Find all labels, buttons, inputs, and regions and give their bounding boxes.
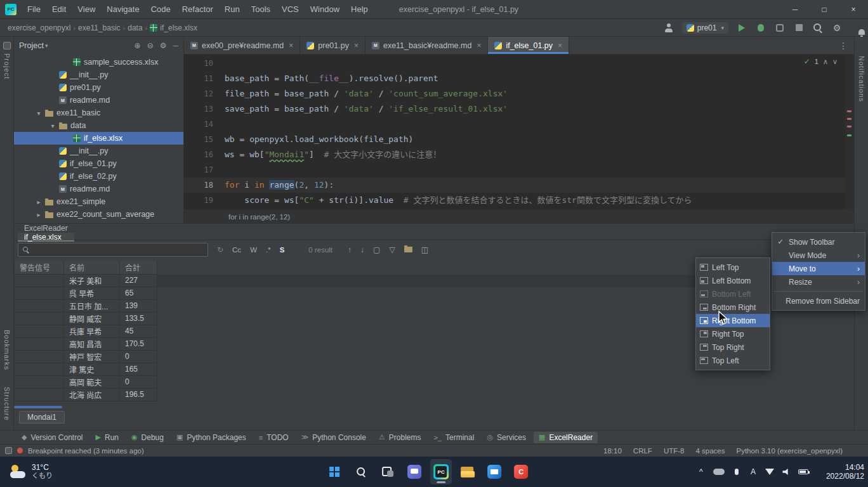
table-row-7[interactable]: 神戸 智宏0	[14, 351, 157, 363]
search-everywhere-icon[interactable]	[812, 22, 824, 34]
stripe-label-structure[interactable]: Structure	[3, 387, 11, 421]
ime-mode-icon[interactable]: A	[749, 467, 758, 476]
editor-tab-exe11-basic-readme-md[interactable]: exe11_basic¥readme.md×	[365, 37, 488, 54]
menu-edit[interactable]: Edit	[46, 0, 72, 18]
toggle-panel-icon[interactable]: ◫	[421, 245, 428, 254]
microphone-icon[interactable]	[732, 469, 741, 475]
stop-button[interactable]	[793, 22, 805, 34]
code-line-18[interactable]: 18for i in range(2, 12):	[184, 178, 845, 193]
project-tool-icon[interactable]	[3, 42, 11, 49]
editor-scrollbar[interactable]	[845, 55, 854, 209]
line-number[interactable]: 19	[184, 193, 225, 208]
menu-window[interactable]: Window	[305, 0, 345, 18]
tool-tab-excelreader[interactable]: ExcelReader	[18, 224, 74, 233]
inspections-ok-icon[interactable]: ✓	[804, 57, 810, 66]
table-row-5[interactable]: 兵庫 早希45	[14, 325, 157, 338]
chevron-right-icon[interactable]: ▸	[36, 211, 42, 218]
tool-button-todo[interactable]: ≡TODO	[254, 432, 294, 443]
tree-item-init-py[interactable]: __init__.py	[14, 68, 183, 81]
tree-item-readme-md[interactable]: readme.md	[14, 94, 183, 107]
close-icon[interactable]: ×	[558, 41, 562, 50]
line-number[interactable]: 17	[184, 162, 225, 178]
submenu-item-right-top[interactable]: Right Top	[696, 327, 770, 341]
tool-button-python-console[interactable]: ≫Python Console	[296, 432, 371, 443]
line-number[interactable]: 12	[184, 86, 225, 101]
search-input[interactable]	[18, 243, 208, 257]
breadcrumb-item-exe11-basic[interactable]: exe11_basic	[78, 23, 121, 32]
hidden-icons-chevron-icon[interactable]: ^	[697, 467, 706, 476]
tree-item-if-else-xlsx[interactable]: if_else.xlsx	[14, 132, 183, 145]
minimize-button[interactable]: ─	[780, 0, 810, 18]
close-icon[interactable]: ×	[289, 41, 293, 50]
tree-item-data[interactable]: ▾data	[14, 119, 183, 132]
submenu-item-top-left[interactable]: Top Left	[696, 354, 770, 367]
table-row-8[interactable]: 津 篤史165	[14, 363, 157, 376]
line-number[interactable]: 15	[184, 132, 225, 147]
coverage-button[interactable]	[774, 22, 786, 34]
file-encoding[interactable]: UTF-8	[664, 447, 685, 455]
table-row-3[interactable]: 五日市 加...139	[14, 300, 157, 313]
table-row-6[interactable]: 高知 昌浩170.5	[14, 338, 157, 351]
menu-refactor[interactable]: Refactor	[176, 0, 219, 18]
debug-button[interactable]	[755, 22, 766, 34]
project-panel-title[interactable]: Project	[19, 41, 44, 50]
windows-start-icon[interactable]	[324, 459, 345, 484]
prev-occurrence-icon[interactable]: ↑	[348, 245, 352, 254]
submenu-item-left-top[interactable]: Left Top	[696, 261, 770, 274]
menu-tools[interactable]: Tools	[246, 0, 276, 18]
tree-item-exe22-count-sum-average[interactable]: ▸exe22_count_sum_average	[14, 208, 183, 221]
menu-help[interactable]: Help	[345, 0, 374, 18]
pycharm-icon[interactable]: PC	[430, 459, 452, 484]
menu-file[interactable]: File	[22, 0, 46, 18]
teams-chat-icon[interactable]	[404, 459, 425, 484]
code-line-14[interactable]: 14	[184, 117, 845, 132]
menu-code[interactable]: Code	[145, 0, 176, 18]
file-explorer-icon[interactable]	[457, 459, 478, 484]
tool-button-version-control[interactable]: ◆Version Control	[16, 432, 88, 443]
code-editor[interactable]: 1011base_path = Path(__file__).resolve()…	[184, 55, 854, 209]
tree-item-exe21-simple[interactable]: ▸exe21_simple	[14, 195, 183, 208]
tree-item-pre01-py[interactable]: pre01.py	[14, 81, 183, 94]
filter-s-toggle[interactable]: S	[280, 246, 285, 254]
line-separator[interactable]: CRLF	[633, 447, 652, 455]
user-avatar-icon[interactable]	[663, 22, 674, 34]
tool-button-run[interactable]: ▶Run	[91, 432, 124, 443]
table-row-9[interactable]: 高岡 範夫0	[14, 376, 157, 389]
settings-gear-icon[interactable]: ⚙	[160, 41, 167, 50]
chevron-down-icon[interactable]: ▾	[45, 42, 48, 49]
tool-button-debug[interactable]: ◉Debug	[126, 432, 169, 443]
chevron-down-icon[interactable]: ▾	[49, 122, 56, 129]
volume-icon[interactable]	[782, 469, 791, 475]
filter-icon[interactable]: ▽	[389, 245, 395, 254]
tool-button-excelreader[interactable]: ▦ExcelReader	[534, 432, 598, 443]
tree-item-if-else-02-py[interactable]: if_else_02.py	[14, 170, 183, 183]
line-number[interactable]: 11	[184, 71, 225, 86]
menu-item-show-toolbar[interactable]: ✓Show Toolbar	[772, 235, 865, 249]
notifications-bell-icon[interactable]	[850, 22, 862, 34]
table-row-10[interactable]: 北海 尚広196.5	[14, 389, 157, 401]
stripe-label-notifications[interactable]: Notifications	[858, 56, 865, 102]
wifi-icon[interactable]	[765, 469, 774, 475]
pycharm-logo-icon[interactable]: PC	[5, 4, 16, 15]
mail-app-icon[interactable]	[483, 459, 505, 484]
menu-item-view-mode[interactable]: View Mode›	[772, 249, 865, 262]
words-toggle[interactable]: W	[250, 246, 257, 254]
code-line-11[interactable]: 11base_path = Path(__file__).resolve().p…	[184, 71, 845, 86]
column-header-item[interactable]: 名前	[63, 261, 119, 274]
stripe-label-bookmarks[interactable]: Bookmarks	[3, 330, 11, 370]
python-interpreter[interactable]: Python 3.10 (exercise_openpyxl)	[737, 447, 843, 455]
regex-toggle[interactable]: .*	[266, 246, 271, 254]
line-number[interactable]: 16	[184, 147, 225, 162]
next-problem-icon[interactable]: ∨	[832, 58, 838, 66]
clipchamp-icon[interactable]: C	[510, 459, 532, 484]
menu-run[interactable]: Run	[219, 0, 246, 18]
chevron-down-icon[interactable]: ▾	[36, 110, 42, 117]
tool-button-services[interactable]: ◎Services	[482, 432, 531, 443]
code-line-12[interactable]: 12file_path = base_path / 'data' / 'coun…	[184, 86, 845, 101]
code-line-15[interactable]: 15wb = openpyxl.load_workbook(file_path)	[184, 132, 845, 147]
breadcrumb-item-exercise-openpyxl[interactable]: exercise_openpyxl	[8, 23, 70, 32]
code-line-13[interactable]: 13save_path = base_path / 'data' / 'if_e…	[184, 101, 845, 117]
table-row-1[interactable]: 米子 美和227	[14, 275, 157, 287]
run-configuration-select[interactable]: pre01 ▾	[682, 22, 728, 34]
tree-item-init-py[interactable]: __init__.py	[14, 145, 183, 157]
